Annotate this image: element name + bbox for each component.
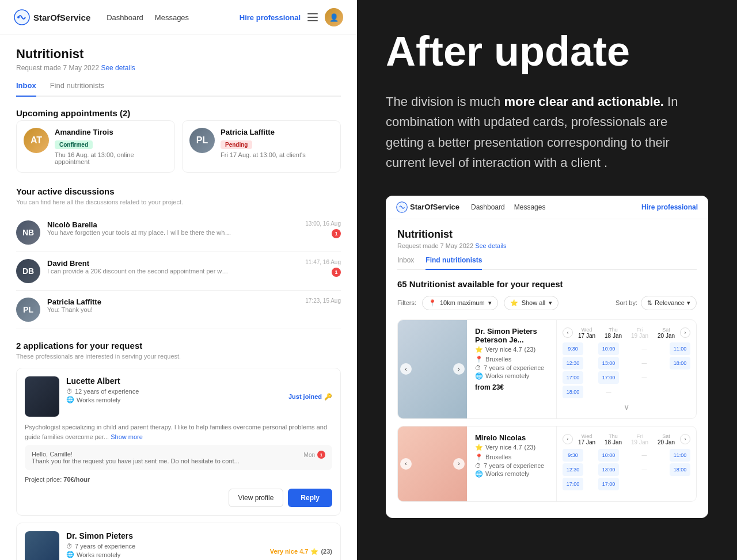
pro-info-1: Mireio Nicolas ⭐ Very nice 4.7 (23) 📍Bru… (467, 426, 556, 501)
slot-0-1-1[interactable]: 13:00 (598, 357, 619, 369)
discussion-item-2[interactable]: PL Patricia Laffitte You: Thank you! 17:… (16, 291, 341, 329)
applicant-experience-1: ⏱7 years of experience (66, 543, 263, 550)
discussion-meta-2: 17:23, 15 Aug (305, 298, 341, 304)
after-page-subtitle: Request made 7 May 2022 See details (397, 242, 697, 249)
slot-0-3-0[interactable]: 18:00 (563, 386, 583, 398)
photo-next-1[interactable]: › (453, 458, 465, 470)
application-card-0: Lucette Albert ⏱12 years of experience 🌐… (16, 368, 341, 516)
after-tab-inbox[interactable]: Inbox (397, 256, 414, 270)
pro-name-0: Dr. Simon Pieters Peterson Je... (475, 327, 548, 344)
photo-prev-0[interactable]: ‹ (400, 363, 412, 375)
page-title-left: Nutritionist (16, 47, 341, 62)
after-nav-dashboard[interactable]: Dashboard (471, 203, 505, 211)
sort-select[interactable]: ⇅ Relevance ▾ (641, 296, 697, 310)
pro-schedule-0: ‹ Wed 17 Jan Thu 18 Jan Fri (556, 320, 696, 418)
time-slot-row-0-3: 18:00 — (563, 386, 690, 398)
right-panel: After update The division is much more c… (357, 0, 737, 560)
appt-info-0: Amandine Tirois Confirmed Thu 16 Aug. at… (55, 128, 168, 165)
after-nav-messages[interactable]: Messages (514, 203, 546, 211)
slot-0-0-0[interactable]: 9:30 (563, 342, 583, 355)
after-app: StarOfService Dashboard Messages Hire pr… (386, 196, 708, 518)
applicant-photo-1 (25, 531, 59, 560)
reply-button-0[interactable]: Reply (288, 489, 332, 507)
slot-1-2-1[interactable]: 17:00 (598, 478, 619, 490)
slot-1-0-1[interactable]: 10:00 (598, 449, 619, 462)
slot-1-1-3[interactable]: 18:00 (670, 463, 690, 476)
unread-dot-1: 1 (332, 268, 341, 277)
hamburger-icon-left[interactable] (307, 13, 318, 21)
slot-0-2-1[interactable]: 17:00 (598, 371, 619, 384)
avatar-left[interactable]: 👤 (325, 8, 343, 26)
appt-time-1: Fri 17 Aug. at 13:00, at client's (221, 151, 306, 158)
tab-find-nutritionists-left[interactable]: Find nutritionists (50, 81, 105, 97)
schedule-next-0[interactable]: › (680, 327, 690, 338)
slot-1-2-3 (670, 478, 690, 490)
show-more-link-0[interactable]: Show more (111, 433, 143, 440)
after-tab-find[interactable]: Find nutritionists (426, 256, 482, 270)
photo-next-0[interactable]: › (453, 363, 465, 375)
slot-1-1-0[interactable]: 12:30 (563, 463, 583, 476)
applicant-header-1: Dr. Simon Pieters ⏱7 years of experience… (25, 531, 332, 560)
card-actions-0: View profile Reply (25, 489, 332, 507)
schedule-prev-1[interactable]: ‹ (563, 434, 573, 444)
chevron-down-icon-3: ▾ (687, 299, 690, 307)
after-logo[interactable]: StarOfService (396, 201, 459, 213)
filters-row: Filters: 📍 10km maximum ▾ ⭐ Show all ▾ S… (397, 296, 697, 310)
schedule-prev-0[interactable]: ‹ (563, 327, 573, 338)
logo-left[interactable]: StarOfService (14, 9, 90, 25)
slot-1-1-2: — (634, 463, 655, 476)
slot-0-1-0[interactable]: 12:30 (563, 357, 583, 369)
slot-0-0-3[interactable]: 11:00 (670, 342, 690, 355)
chevron-down-icon-2: ▾ (549, 299, 552, 307)
time-slot-row-0-1: 12:30 13:00 — 18:00 (563, 357, 690, 369)
expand-schedule-btn-0[interactable]: ∨ (563, 402, 690, 412)
discussion-item-0[interactable]: NB Nicolò Barella You have forgotten you… (16, 214, 341, 252)
discussion-preview-1: I can provide a 20€ discount on the seco… (47, 268, 231, 275)
nav-messages-left[interactable]: Messages (155, 13, 189, 22)
after-update-description: The division is much more clear and acti… (386, 92, 708, 173)
applicant-header-0: Lucette Albert ⏱12 years of experience 🌐… (25, 376, 332, 417)
applicant-name-1: Dr. Simon Pieters (66, 531, 263, 540)
appointment-card-0[interactable]: AT Amandine Tirois Confirmed Thu 16 Aug.… (16, 120, 175, 173)
unread-dot-0: 1 (332, 229, 341, 238)
slot-0-0-2: — (634, 342, 655, 355)
discussion-preview-2: You: Thank you! (47, 306, 231, 313)
slot-1-2-0[interactable]: 17:00 (563, 478, 583, 490)
slot-1-1-1[interactable]: 13:00 (598, 463, 619, 476)
applications-section: 2 applications for your request These pr… (16, 341, 341, 560)
slot-0-2-0[interactable]: 17:00 (563, 371, 583, 384)
slot-0-1-3[interactable]: 18:00 (670, 357, 690, 369)
see-details-link-left[interactable]: See details (101, 64, 135, 72)
application-card-1: Dr. Simon Pieters ⏱7 years of experience… (16, 523, 341, 560)
view-profile-button-0[interactable]: View profile (229, 489, 284, 507)
after-hire-btn[interactable]: Hire professional (641, 203, 698, 211)
discussion-item-1[interactable]: DB David Brent I can provide a 20€ disco… (16, 252, 341, 291)
tabs-left: Inbox Find nutritionists (16, 81, 341, 97)
slot-1-0-0[interactable]: 9:30 (563, 449, 583, 462)
applicant-info-1: Dr. Simon Pieters ⏱7 years of experience… (66, 531, 263, 560)
just-joined-badge-0: Just joined 🔑 (288, 376, 332, 417)
filter-rating[interactable]: ⭐ Show all ▾ (504, 296, 559, 310)
slot-1-0-3[interactable]: 11:00 (670, 449, 690, 462)
app-shell-left: StarOfService Dashboard Messages Hire pr… (0, 0, 357, 560)
nav-dashboard-left[interactable]: Dashboard (107, 13, 143, 22)
appt-badge-0: Confirmed (55, 140, 93, 149)
applicant-remote-1: 🌐Works remotely (66, 551, 263, 558)
appt-avatar-0: AT (24, 128, 49, 153)
pro-photo-0: ‹ › (398, 320, 467, 418)
after-see-details-link[interactable]: See details (475, 242, 506, 249)
hire-professional-btn-left[interactable]: Hire professional (240, 13, 301, 22)
tab-inbox-left[interactable]: Inbox (16, 81, 36, 97)
photo-prev-1[interactable]: ‹ (400, 458, 412, 470)
schedule-day-0-3: Sat 20 Jan (656, 327, 677, 339)
discussion-meta-0: 13:00, 16 Aug 1 (305, 220, 341, 238)
filter-location[interactable]: 📍 10km maximum ▾ (422, 296, 498, 310)
message-day-0: Mon 1 (304, 451, 325, 459)
appointment-card-1[interactable]: PL Patricia Laffitte Pending Fri 17 Aug.… (182, 120, 341, 173)
pro-rating-display-1: ⭐ Very nice 4.7 (23) (475, 444, 548, 451)
schedule-day-1-0: Wed 17 Jan (576, 433, 597, 445)
slot-0-3-3 (670, 386, 690, 398)
appointments-title-left: Upcoming appointments (2) (16, 108, 341, 118)
schedule-next-1[interactable]: › (680, 434, 690, 444)
slot-0-0-1[interactable]: 10:00 (598, 342, 619, 355)
